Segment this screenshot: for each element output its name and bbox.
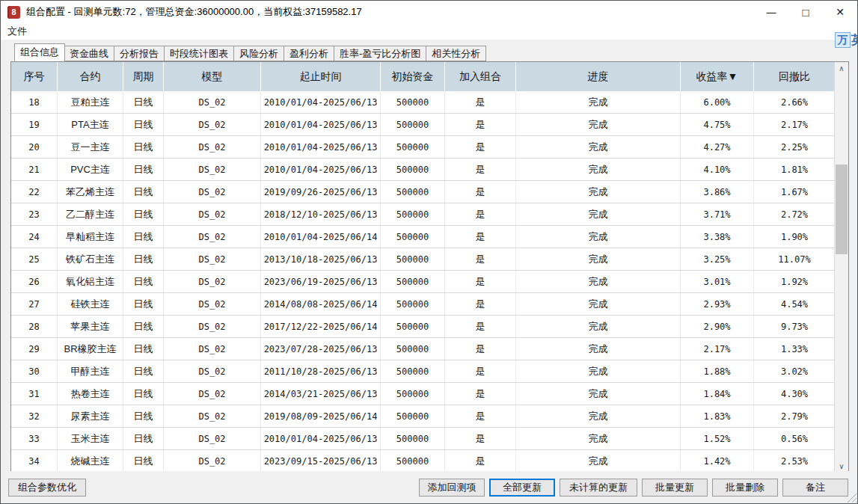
column-header-9[interactable]: 收益率▼ — [681, 62, 754, 91]
app-icon: 8 — [7, 6, 20, 19]
close-icon[interactable]: ✕ — [823, 1, 857, 23]
cell: 完成 — [516, 428, 681, 449]
table-row[interactable]: 34烧碱主连日线DS_022023/09/15-2025/06/13500000… — [11, 450, 848, 473]
footer-button-全部更新[interactable]: 全部更新 — [489, 479, 555, 497]
cell: 完成 — [516, 405, 681, 427]
cell: 500000 — [381, 293, 445, 315]
cell: 日线 — [123, 91, 164, 113]
cell: 日线 — [123, 360, 164, 382]
tab-5[interactable]: 风险分析 — [234, 46, 284, 61]
cell: 500000 — [381, 136, 445, 158]
maximize-icon[interactable]: □ — [788, 1, 823, 23]
cell: 500000 — [381, 360, 445, 382]
ime-indicator: 万 英 — [835, 31, 858, 49]
cell: 1.84% — [681, 383, 754, 405]
ime-wan-icon[interactable]: 万 — [835, 32, 851, 48]
scroll-up-icon[interactable]: ∧ — [835, 62, 848, 75]
table-row[interactable]: 29BR橡胶主连日线DS_022023/07/28-2025/06/135000… — [11, 338, 848, 360]
cell: PVC主连 — [58, 159, 123, 180]
cell: 2010/01/04-2025/06/13 — [261, 136, 381, 158]
column-header-1[interactable]: 序号 — [11, 62, 58, 91]
column-header-5[interactable]: 起止时间 — [261, 62, 381, 91]
column-header-2[interactable]: 合约 — [58, 62, 123, 91]
table-row[interactable]: 31热卷主连日线DS_022014/03/21-2025/06/13500000… — [11, 383, 848, 405]
table-row[interactable]: 18豆粕主连日线DS_022010/01/04-2025/06/13500000… — [11, 91, 848, 114]
cell: 日线 — [123, 159, 164, 180]
cell: 500000 — [381, 338, 445, 360]
footer-button-批量删除[interactable]: 批量删除 — [712, 479, 778, 497]
cell: 500000 — [381, 91, 445, 113]
cell: 2013/10/18-2025/06/13 — [261, 248, 381, 270]
tab-2[interactable]: 资金曲线 — [64, 46, 114, 61]
cell: 是 — [445, 271, 516, 292]
vertical-scrollbar[interactable]: ∧ ∨ — [834, 62, 848, 473]
cell: 500000 — [381, 405, 445, 427]
cell: 完成 — [516, 360, 681, 382]
table-row[interactable]: 21PVC主连日线DS_022010/01/04-2025/06/1350000… — [11, 159, 848, 181]
cell: DS_02 — [164, 136, 261, 158]
column-header-3[interactable]: 周期 — [123, 62, 164, 91]
cell: 2.17% — [681, 338, 754, 360]
cell: 31 — [11, 383, 58, 405]
cell: 是 — [445, 159, 516, 180]
cell: 是 — [445, 226, 516, 248]
table-row[interactable]: 33玉米主连日线DS_022010/01/04-2025/06/13500000… — [11, 428, 848, 450]
column-header-6[interactable]: 初始资金 — [381, 62, 445, 91]
table-row[interactable]: 30甲醇主连日线DS_022011/10/28-2025/06/13500000… — [11, 360, 848, 383]
tab-bar: 组合信息资金曲线分析报告时段统计图表风险分析盈利分析胜率-盈亏比分析图相关性分析 — [1, 43, 857, 61]
table-row[interactable]: 26氧化铝主连日线DS_022023/06/19-2025/06/1350000… — [11, 271, 848, 293]
cell: 日线 — [123, 114, 164, 135]
cell: 3.25% — [681, 248, 754, 270]
cell: 500000 — [381, 203, 445, 225]
cell: DS_02 — [164, 203, 261, 225]
scrollbar-thumb[interactable] — [836, 165, 848, 254]
tab-1[interactable]: 组合信息 — [14, 43, 65, 61]
table-row[interactable]: 25铁矿石主连日线DS_022013/10/18-2025/06/1350000… — [11, 248, 848, 271]
table-row[interactable]: 32尿素主连日线DS_022019/08/09-2025/06/14500000… — [11, 405, 848, 428]
tab-8[interactable]: 相关性分析 — [426, 46, 486, 61]
tab-7[interactable]: 胜率-盈亏比分析图 — [334, 46, 426, 61]
optimize-params-button[interactable]: 组合参数优化 — [8, 479, 86, 497]
footer-button-备注[interactable]: 备注 — [782, 479, 848, 497]
cell: 完成 — [516, 114, 681, 135]
cell: 完成 — [516, 293, 681, 315]
ime-lang-icon[interactable]: 英 — [851, 31, 858, 49]
cell: 19 — [11, 114, 58, 135]
table-row[interactable]: 27硅铁主连日线DS_022014/08/08-2025/06/14500000… — [11, 293, 848, 316]
column-header-4[interactable]: 模型 — [164, 62, 261, 91]
cell: 2010/01/04-2025/06/14 — [261, 226, 381, 248]
cell: 4.54% — [754, 293, 835, 315]
tab-3[interactable]: 分析报告 — [114, 46, 165, 61]
cell: 硅铁主连 — [58, 293, 123, 315]
cell: 1.92% — [754, 271, 835, 292]
table-row[interactable]: 19PTA主连日线DS_022010/01/04-2025/06/1350000… — [11, 114, 848, 136]
cell: 500000 — [381, 316, 445, 337]
cell: 33 — [11, 428, 58, 449]
cell: 1.67% — [754, 181, 835, 203]
table-row[interactable]: 24早籼稻主连日线DS_022010/01/04-2025/06/1450000… — [11, 226, 848, 248]
cell: 29 — [11, 338, 58, 360]
cell: 是 — [445, 405, 516, 427]
cell: DS_02 — [164, 293, 261, 315]
footer-button-添加回测项[interactable]: 添加回测项 — [419, 479, 485, 497]
table-row[interactable]: 20豆一主连日线DS_022010/01/04-2025/06/13500000… — [11, 136, 848, 159]
cell: 是 — [445, 338, 516, 360]
cell: 500000 — [381, 159, 445, 180]
cell: 是 — [445, 428, 516, 449]
column-header-8[interactable]: 进度 — [516, 62, 681, 91]
tab-6[interactable]: 盈利分析 — [284, 46, 334, 61]
tab-4[interactable]: 时段统计图表 — [165, 46, 234, 61]
cell: 23 — [11, 203, 58, 225]
table-row[interactable]: 22苯乙烯主连日线DS_022019/09/26-2025/06/1350000… — [11, 181, 848, 203]
column-header-10[interactable]: 回撤比 — [754, 62, 835, 91]
table-row[interactable]: 23乙二醇主连日线DS_022018/12/10-2025/06/1350000… — [11, 203, 848, 226]
cell: 2.93% — [681, 293, 754, 315]
menu-item-file[interactable]: 文件 — [2, 24, 32, 40]
minimize-icon[interactable]: — — [754, 1, 788, 23]
cell: 1.83% — [681, 405, 754, 427]
cell: DS_02 — [164, 114, 261, 135]
column-header-7[interactable]: 加入组合 — [445, 62, 516, 91]
footer-button-未计算的更新[interactable]: 未计算的更新 — [560, 479, 637, 497]
table-row[interactable]: 28苹果主连日线DS_022017/12/22-2025/06/14500000… — [11, 316, 848, 338]
footer-button-批量更新[interactable]: 批量更新 — [642, 479, 708, 497]
